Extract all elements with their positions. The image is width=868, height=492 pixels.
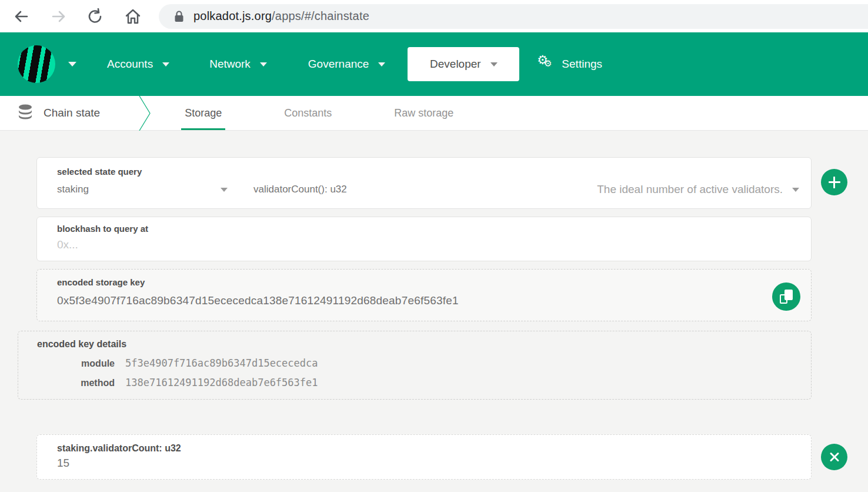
url-host: polkadot.js.org	[193, 9, 272, 22]
nav-developer-label: Developer	[430, 58, 481, 71]
nav-governance-label: Governance	[308, 58, 369, 71]
selected-state-query-card: selected state query staking validatorCo…	[36, 157, 812, 209]
blockhash-input[interactable]	[57, 238, 791, 251]
network-logo[interactable]	[18, 45, 55, 83]
encoded-storage-key-value: 0x5f3e4907f716ac89b6347d15ececedca138e71…	[57, 294, 758, 307]
browser-reload-button[interactable]	[84, 5, 107, 28]
section-title: Chain state	[44, 107, 100, 119]
result-value: 15	[57, 457, 791, 470]
nav-accounts-label: Accounts	[107, 58, 153, 71]
chevron-down-icon	[792, 188, 799, 192]
chevron-down-icon	[162, 62, 169, 67]
copy-icon	[780, 290, 793, 304]
close-icon	[829, 452, 840, 463]
nav-item-accounts[interactable]: Accounts	[107, 58, 169, 71]
blockhash-card: blockhash to query at	[36, 217, 812, 261]
plus-icon	[829, 177, 840, 188]
tab-constants[interactable]: Constants	[278, 96, 338, 130]
nav-settings-label: Settings	[562, 58, 602, 71]
query-line: staking validatorCount(): u32 The ideal …	[57, 183, 799, 196]
nav-item-developer-active[interactable]: Developer	[408, 47, 519, 81]
gears-icon: ⚙⚙	[537, 55, 555, 73]
home-icon	[124, 8, 142, 25]
method-detail-row: method 138e71612491192d68deab7e6f563fe1	[37, 377, 811, 388]
encoded-key-details-label: encoded key details	[37, 339, 811, 350]
encoded-storage-key-label: encoded storage key	[57, 277, 758, 287]
encoded-key-row: encoded storage key 0x5f3e4907f716ac89b6…	[36, 269, 847, 321]
database-icon	[18, 104, 33, 122]
subnav: Chain state Storage Constants Raw storag…	[0, 96, 868, 131]
browser-back-button[interactable]	[9, 5, 33, 28]
query-result-card: staking.validatorCount: u32 15	[36, 434, 812, 480]
query-row: selected state query staking validatorCo…	[36, 157, 847, 209]
url-text: polkadot.js.org/apps/#/chainstate	[193, 9, 369, 23]
chevron-down-icon	[260, 62, 267, 67]
method-dropdown-value: validatorCount(): u32	[253, 184, 347, 195]
add-query-button[interactable]	[821, 169, 847, 195]
network-selector-caret-icon[interactable]	[68, 62, 76, 67]
url-path: /apps/#/chainstate	[272, 9, 369, 22]
chevron-down-icon	[221, 188, 228, 192]
tab-storage[interactable]: Storage	[179, 96, 228, 130]
module-dropdown-value: staking	[57, 184, 89, 195]
tab-raw-storage-label: Raw storage	[394, 107, 453, 119]
tab-raw-storage[interactable]: Raw storage	[388, 96, 459, 130]
method-description-dropdown[interactable]: The ideal number of active validators.	[597, 183, 799, 196]
nav-item-settings[interactable]: ⚙⚙ Settings	[537, 55, 602, 73]
nav-item-network[interactable]: Network	[209, 58, 267, 71]
remove-query-button[interactable]	[821, 444, 847, 470]
app-navbar: Accounts Network Governance Developer ⚙⚙…	[0, 32, 868, 96]
module-dropdown[interactable]: staking	[57, 184, 228, 195]
copy-button[interactable]	[772, 282, 800, 311]
module-detail-label: module	[37, 358, 115, 369]
nav-network-label: Network	[209, 58, 251, 71]
tab-storage-label: Storage	[185, 107, 222, 119]
browser-chrome: polkadot.js.org/apps/#/chainstate	[0, 0, 868, 32]
lock-icon[interactable]	[174, 11, 184, 22]
forward-arrow-icon	[51, 8, 67, 25]
chevron-down-icon	[490, 62, 498, 67]
method-description-text: The ideal number of active validators.	[597, 183, 783, 196]
blockhash-row: blockhash to query at	[36, 217, 847, 261]
result-label: staking.validatorCount: u32	[57, 443, 791, 454]
tab-constants-label: Constants	[284, 107, 332, 119]
nav-item-governance[interactable]: Governance	[308, 58, 386, 71]
back-arrow-icon	[13, 8, 29, 25]
browser-home-button[interactable]	[121, 5, 145, 28]
chevron-down-icon	[378, 62, 385, 67]
selected-state-query-label: selected state query	[57, 167, 799, 177]
browser-forward-button[interactable]	[47, 5, 71, 28]
encoded-key-details: encoded key details module 5f3e4907f716a…	[18, 331, 812, 400]
module-detail-row: module 5f3e4907f716ac89b6347d15ececedca	[37, 357, 811, 369]
chevron-separator	[138, 96, 153, 133]
tab-bar: Storage Constants Raw storage	[179, 96, 459, 130]
result-row: staking.validatorCount: u32 15	[36, 434, 847, 480]
encoded-storage-key-card: encoded storage key 0x5f3e4907f716ac89b6…	[36, 269, 812, 321]
chainstate-page: selected state query staking validatorCo…	[0, 131, 868, 480]
blockhash-label: blockhash to query at	[57, 224, 791, 234]
method-dropdown[interactable]: validatorCount(): u32	[253, 184, 347, 195]
reload-icon	[87, 8, 104, 25]
method-detail-label: method	[37, 378, 115, 388]
address-bar[interactable]: polkadot.js.org/apps/#/chainstate	[159, 4, 868, 29]
method-detail-value: 138e71612491192d68deab7e6f563fe1	[125, 377, 318, 388]
module-detail-value: 5f3e4907f716ac89b6347d15ececedca	[125, 357, 318, 369]
